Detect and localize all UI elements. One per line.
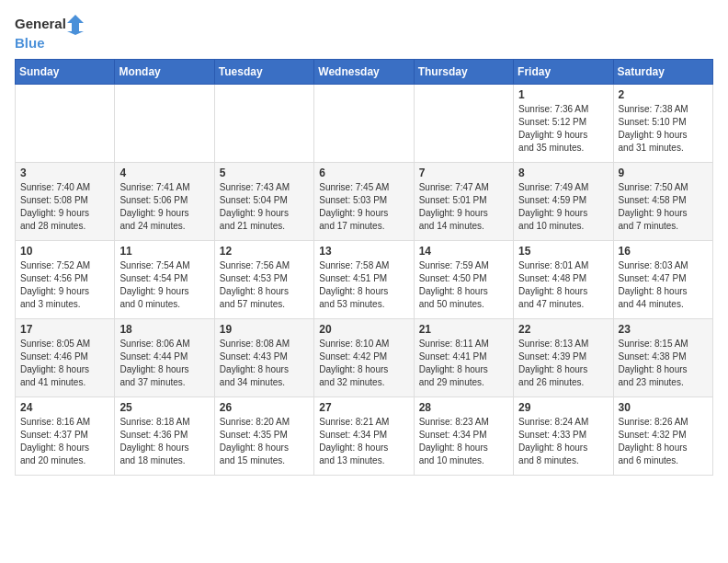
day-info: Sunrise: 8:21 AM Sunset: 4:34 PM Dayligh… xyxy=(319,416,408,467)
day-info: Sunrise: 8:11 AM Sunset: 4:41 PM Dayligh… xyxy=(419,338,508,389)
week-row-1: 1Sunrise: 7:36 AM Sunset: 5:12 PM Daylig… xyxy=(16,84,713,162)
week-row-5: 24Sunrise: 8:16 AM Sunset: 4:37 PM Dayli… xyxy=(16,396,713,475)
day-info: Sunrise: 7:36 AM Sunset: 5:12 PM Dayligh… xyxy=(518,103,608,155)
logo-text: General Blue xyxy=(15,15,84,52)
day-info: Sunrise: 8:03 AM Sunset: 4:47 PM Dayligh… xyxy=(619,259,708,311)
calendar-cell: 5Sunrise: 7:43 AM Sunset: 5:04 PM Daylig… xyxy=(214,162,313,240)
calendar-cell xyxy=(414,84,513,162)
week-row-2: 3Sunrise: 7:40 AM Sunset: 5:08 PM Daylig… xyxy=(16,162,713,240)
day-info: Sunrise: 8:13 AM Sunset: 4:39 PM Dayligh… xyxy=(518,338,608,389)
calendar-cell: 22Sunrise: 8:13 AM Sunset: 4:39 PM Dayli… xyxy=(514,318,613,396)
calendar-cell: 15Sunrise: 8:01 AM Sunset: 4:48 PM Dayli… xyxy=(514,240,613,318)
calendar-cell: 9Sunrise: 7:50 AM Sunset: 4:58 PM Daylig… xyxy=(613,162,712,240)
day-info: Sunrise: 8:01 AM Sunset: 4:48 PM Dayligh… xyxy=(518,259,608,311)
day-number: 11 xyxy=(119,245,209,258)
calendar-cell: 8Sunrise: 7:49 AM Sunset: 4:59 PM Daylig… xyxy=(514,162,613,240)
day-number: 7 xyxy=(419,167,508,179)
calendar-cell: 17Sunrise: 8:05 AM Sunset: 4:46 PM Dayli… xyxy=(16,318,115,396)
calendar-cell: 27Sunrise: 8:21 AM Sunset: 4:34 PM Dayli… xyxy=(314,396,414,475)
calendar-cell xyxy=(314,84,414,162)
calendar-cell: 28Sunrise: 8:23 AM Sunset: 4:34 PM Dayli… xyxy=(414,396,513,475)
calendar-cell: 16Sunrise: 8:03 AM Sunset: 4:47 PM Dayli… xyxy=(613,240,712,318)
day-info: Sunrise: 7:59 AM Sunset: 4:50 PM Dayligh… xyxy=(419,259,508,311)
day-number: 17 xyxy=(20,323,109,336)
day-number: 29 xyxy=(518,401,608,414)
day-info: Sunrise: 7:40 AM Sunset: 5:08 PM Dayligh… xyxy=(20,181,109,233)
day-number: 16 xyxy=(619,245,708,258)
day-number: 15 xyxy=(518,245,608,258)
calendar-cell: 14Sunrise: 7:59 AM Sunset: 4:50 PM Dayli… xyxy=(414,240,513,318)
day-number: 14 xyxy=(419,245,508,258)
calendar-cell: 6Sunrise: 7:45 AM Sunset: 5:03 PM Daylig… xyxy=(314,162,414,240)
calendar-cell: 25Sunrise: 8:18 AM Sunset: 4:36 PM Dayli… xyxy=(115,396,214,475)
day-number: 5 xyxy=(220,167,309,179)
day-info: Sunrise: 7:54 AM Sunset: 4:54 PM Dayligh… xyxy=(119,259,209,311)
day-number: 30 xyxy=(619,401,708,414)
calendar-cell: 11Sunrise: 7:54 AM Sunset: 4:54 PM Dayli… xyxy=(115,240,214,318)
day-info: Sunrise: 8:18 AM Sunset: 4:36 PM Dayligh… xyxy=(119,416,209,467)
day-info: Sunrise: 8:24 AM Sunset: 4:33 PM Dayligh… xyxy=(518,416,608,467)
day-info: Sunrise: 7:58 AM Sunset: 4:51 PM Dayligh… xyxy=(319,259,408,311)
day-info: Sunrise: 7:41 AM Sunset: 5:06 PM Dayligh… xyxy=(119,181,209,233)
day-number: 27 xyxy=(319,401,408,414)
day-number: 21 xyxy=(419,323,508,336)
weekday-header-tuesday: Tuesday xyxy=(214,59,313,84)
weekday-header-saturday: Saturday xyxy=(613,59,712,84)
day-info: Sunrise: 7:49 AM Sunset: 4:59 PM Dayligh… xyxy=(518,181,608,233)
day-info: Sunrise: 8:23 AM Sunset: 4:34 PM Dayligh… xyxy=(419,416,508,467)
calendar-cell xyxy=(115,84,214,162)
header: General Blue xyxy=(15,15,713,52)
calendar-cell: 19Sunrise: 8:08 AM Sunset: 4:43 PM Dayli… xyxy=(214,318,313,396)
day-info: Sunrise: 8:10 AM Sunset: 4:42 PM Dayligh… xyxy=(319,338,408,389)
weekday-header-row: SundayMondayTuesdayWednesdayThursdayFrid… xyxy=(16,59,713,84)
day-info: Sunrise: 8:05 AM Sunset: 4:46 PM Dayligh… xyxy=(20,338,109,389)
day-number: 4 xyxy=(119,167,209,179)
day-number: 26 xyxy=(220,401,309,414)
day-info: Sunrise: 8:08 AM Sunset: 4:43 PM Dayligh… xyxy=(220,338,309,389)
calendar-cell: 29Sunrise: 8:24 AM Sunset: 4:33 PM Dayli… xyxy=(514,396,613,475)
day-info: Sunrise: 8:06 AM Sunset: 4:44 PM Dayligh… xyxy=(119,338,209,389)
day-number: 12 xyxy=(220,245,309,258)
logo: General Blue xyxy=(15,15,84,52)
day-number: 1 xyxy=(518,88,608,101)
day-number: 20 xyxy=(319,323,408,336)
day-number: 6 xyxy=(319,167,408,179)
calendar-table: SundayMondayTuesdayWednesdayThursdayFrid… xyxy=(15,59,713,476)
day-info: Sunrise: 7:52 AM Sunset: 4:56 PM Dayligh… xyxy=(20,259,109,311)
day-info: Sunrise: 7:56 AM Sunset: 4:53 PM Dayligh… xyxy=(220,259,309,311)
day-info: Sunrise: 7:45 AM Sunset: 5:03 PM Dayligh… xyxy=(319,181,408,233)
calendar-cell: 30Sunrise: 8:26 AM Sunset: 4:32 PM Dayli… xyxy=(613,396,712,475)
day-number: 9 xyxy=(619,167,708,179)
day-number: 19 xyxy=(220,323,309,336)
day-number: 25 xyxy=(119,401,209,414)
day-info: Sunrise: 8:15 AM Sunset: 4:38 PM Dayligh… xyxy=(619,338,708,389)
week-row-3: 10Sunrise: 7:52 AM Sunset: 4:56 PM Dayli… xyxy=(16,240,713,318)
day-number: 2 xyxy=(619,88,708,101)
day-number: 28 xyxy=(419,401,508,414)
weekday-header-monday: Monday xyxy=(115,59,214,84)
day-number: 3 xyxy=(20,167,109,179)
calendar-cell: 13Sunrise: 7:58 AM Sunset: 4:51 PM Dayli… xyxy=(314,240,414,318)
calendar-cell: 3Sunrise: 7:40 AM Sunset: 5:08 PM Daylig… xyxy=(16,162,115,240)
calendar-cell: 2Sunrise: 7:38 AM Sunset: 5:10 PM Daylig… xyxy=(613,84,712,162)
calendar-cell: 12Sunrise: 7:56 AM Sunset: 4:53 PM Dayli… xyxy=(214,240,313,318)
weekday-header-wednesday: Wednesday xyxy=(314,59,414,84)
day-number: 10 xyxy=(20,245,109,258)
calendar-cell: 10Sunrise: 7:52 AM Sunset: 4:56 PM Dayli… xyxy=(16,240,115,318)
calendar-cell: 4Sunrise: 7:41 AM Sunset: 5:06 PM Daylig… xyxy=(115,162,214,240)
week-row-4: 17Sunrise: 8:05 AM Sunset: 4:46 PM Dayli… xyxy=(16,318,713,396)
day-info: Sunrise: 7:47 AM Sunset: 5:01 PM Dayligh… xyxy=(419,181,508,233)
day-info: Sunrise: 7:38 AM Sunset: 5:10 PM Dayligh… xyxy=(619,103,708,155)
weekday-header-sunday: Sunday xyxy=(16,59,115,84)
day-number: 18 xyxy=(119,323,209,336)
calendar-cell: 24Sunrise: 8:16 AM Sunset: 4:37 PM Dayli… xyxy=(16,396,115,475)
logo-arrow-icon xyxy=(67,15,84,35)
calendar-cell: 18Sunrise: 8:06 AM Sunset: 4:44 PM Dayli… xyxy=(115,318,214,396)
calendar-cell: 26Sunrise: 8:20 AM Sunset: 4:35 PM Dayli… xyxy=(214,396,313,475)
day-number: 23 xyxy=(619,323,708,336)
day-info: Sunrise: 7:50 AM Sunset: 4:58 PM Dayligh… xyxy=(619,181,708,233)
svg-marker-0 xyxy=(67,15,84,35)
day-info: Sunrise: 7:43 AM Sunset: 5:04 PM Dayligh… xyxy=(220,181,309,233)
weekday-header-thursday: Thursday xyxy=(414,59,513,84)
day-number: 13 xyxy=(319,245,408,258)
